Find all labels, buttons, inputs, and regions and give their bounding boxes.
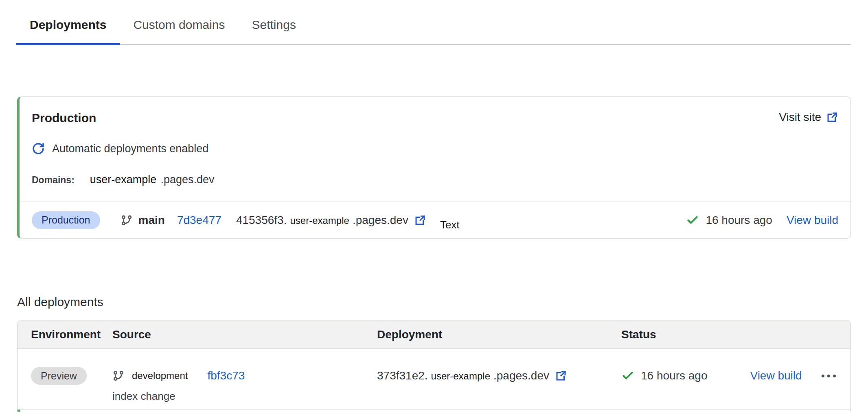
environment-badge: Preview bbox=[31, 367, 87, 385]
deployment-url-name: user-example bbox=[290, 215, 349, 226]
commit-link[interactable]: 7d3e477 bbox=[177, 214, 221, 227]
column-header-deployment: Deployment bbox=[377, 328, 621, 341]
domain-suffix: .pages.dev bbox=[160, 173, 214, 186]
deployments-table: Environment Source Deployment Status Pre… bbox=[17, 320, 851, 412]
column-header-status: Status bbox=[621, 328, 850, 341]
production-deployment-row: Production main 7d3e477 415356f3. user-e… bbox=[20, 202, 850, 238]
tab-settings[interactable]: Settings bbox=[238, 12, 309, 44]
check-icon bbox=[621, 369, 634, 382]
deployment-url[interactable]: 415356f3. user-example .pages.dev bbox=[236, 214, 426, 227]
text-annotation: Text bbox=[440, 219, 460, 231]
table-row: Preview development fbf3c73 index change… bbox=[18, 349, 850, 410]
deployment-time: 16 hours ago bbox=[706, 214, 772, 227]
deployment-url-suffix: .pages.dev bbox=[493, 369, 549, 382]
domains-label: Domains: bbox=[32, 175, 75, 186]
column-header-environment: Environment bbox=[31, 328, 112, 341]
visit-site-label: Visit site bbox=[779, 111, 821, 124]
auto-deployments-text: Automatic deployments enabled bbox=[52, 142, 208, 155]
column-header-source: Source bbox=[112, 328, 377, 341]
ellipsis-icon[interactable]: ••• bbox=[821, 367, 838, 385]
environment-badge: Production bbox=[32, 211, 100, 229]
tab-bar: Deployments Custom domains Settings bbox=[16, 0, 851, 45]
deployment-url-name: user-example bbox=[431, 370, 490, 382]
refresh-icon bbox=[32, 142, 45, 155]
deployment-time: 16 hours ago bbox=[641, 369, 707, 382]
commit-message: index change bbox=[112, 390, 377, 403]
domain-name: user-example bbox=[90, 173, 157, 186]
table-header: Environment Source Deployment Status bbox=[18, 320, 850, 349]
next-row-peek bbox=[18, 410, 850, 412]
all-deployments-title: All deployments bbox=[17, 294, 868, 309]
check-icon bbox=[686, 214, 699, 227]
tab-custom-domains[interactable]: Custom domains bbox=[120, 12, 238, 44]
production-card: Production Visit site Automatic deployme… bbox=[17, 96, 851, 239]
deployment-url-suffix: .pages.dev bbox=[353, 214, 408, 227]
git-branch-icon bbox=[112, 370, 125, 382]
tabs: Deployments Custom domains Settings bbox=[16, 12, 851, 45]
commit-link[interactable]: fbf3c73 bbox=[207, 369, 245, 382]
next-row-green-indicator bbox=[18, 410, 20, 412]
external-link-icon bbox=[826, 111, 838, 123]
view-build-link[interactable]: View build bbox=[787, 214, 838, 227]
view-build-link[interactable]: View build bbox=[750, 369, 802, 382]
external-link-icon[interactable] bbox=[414, 214, 426, 226]
branch-name: main bbox=[138, 214, 165, 227]
visit-site-link[interactable]: Visit site bbox=[779, 111, 838, 124]
deployment-url-prefix: 373f31e2. bbox=[377, 369, 428, 382]
production-card-title: Production bbox=[32, 111, 96, 125]
external-link-icon[interactable] bbox=[555, 370, 567, 382]
tab-deployments[interactable]: Deployments bbox=[16, 12, 120, 44]
branch-name: development bbox=[132, 370, 188, 381]
deployment-url[interactable]: 373f31e2. user-example .pages.dev bbox=[377, 369, 567, 382]
git-branch-icon bbox=[121, 214, 133, 226]
deployment-url-prefix: 415356f3. bbox=[236, 214, 287, 227]
